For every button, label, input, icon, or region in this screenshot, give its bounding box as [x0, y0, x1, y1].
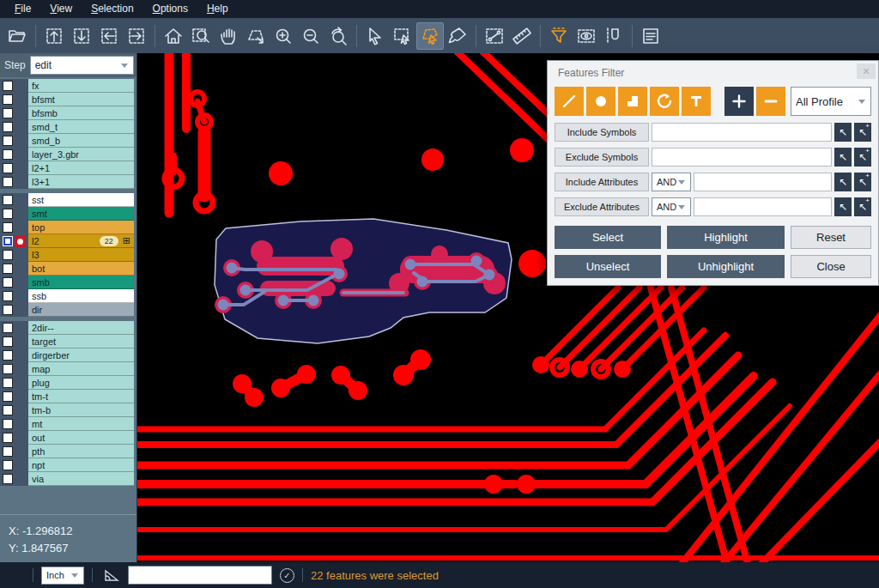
- menu-view[interactable]: View: [40, 1, 82, 17]
- layer-row[interactable]: top ⊞: [0, 221, 134, 234]
- include-attributes-button[interactable]: Include Attributes: [555, 173, 649, 191]
- include-attributes-input[interactable]: [694, 173, 832, 191]
- layer-row[interactable]: via ⊞: [0, 472, 134, 486]
- line-icon[interactable]: [555, 87, 584, 116]
- layer-row[interactable]: l2 22 ⊞: [0, 234, 134, 248]
- layer-row[interactable]: ssb ⊞: [0, 289, 134, 303]
- layer-visibility-checkbox[interactable]: [3, 405, 13, 415]
- add-icon[interactable]: [724, 87, 754, 116]
- layer-name[interactable]: l3+1 ⊞: [28, 175, 134, 189]
- layer-visibility-checkbox[interactable]: [3, 222, 13, 233]
- arc-icon[interactable]: [650, 87, 679, 116]
- select-pointer-icon[interactable]: [361, 22, 389, 50]
- layer-name[interactable]: via ⊞: [28, 472, 134, 486]
- layer-row[interactable]: 2dir-- ⊞: [0, 321, 134, 335]
- layer-name[interactable]: out ⊞: [28, 431, 134, 445]
- text-icon[interactable]: [682, 87, 711, 116]
- layer-visibility-checkbox[interactable]: [3, 108, 13, 118]
- layer-name[interactable]: smd_b ⊞: [28, 134, 134, 148]
- layer-row[interactable]: fx ⊞: [0, 79, 134, 93]
- layer-row[interactable]: smb ⊞: [0, 276, 134, 289]
- open-file-icon[interactable]: [3, 22, 31, 50]
- layer-visibility-checkbox[interactable]: [3, 81, 13, 91]
- layer-visibility-checkbox[interactable]: [3, 391, 13, 402]
- layer-visibility-checkbox[interactable]: [3, 378, 13, 388]
- include-symbols-input[interactable]: [652, 123, 832, 142]
- step-select[interactable]: edit: [30, 56, 134, 75]
- layer-row[interactable]: out ⊞: [0, 431, 134, 445]
- layer-name[interactable]: map ⊞: [28, 362, 134, 376]
- pad-icon[interactable]: [586, 87, 615, 116]
- menu-selection[interactable]: Selection: [82, 1, 142, 17]
- layer-name[interactable]: 2dir-- ⊞: [28, 321, 134, 335]
- layer-name[interactable]: plug ⊞: [28, 376, 134, 390]
- zoom-previous-icon[interactable]: [324, 22, 352, 50]
- layer-name[interactable]: tm-b ⊞: [28, 403, 134, 417]
- include-symbols-button[interactable]: Include Symbols: [555, 123, 649, 142]
- layer-name[interactable]: top ⊞: [28, 221, 134, 234]
- layer-visibility-checkbox[interactable]: [3, 136, 13, 146]
- layer-name[interactable]: bfsmt ⊞: [28, 93, 134, 106]
- layer-name[interactable]: npt ⊞: [28, 458, 134, 472]
- layer-row[interactable]: target ⊞: [0, 335, 134, 349]
- layer-name[interactable]: dir ⊞: [28, 303, 134, 317]
- layer-name[interactable]: dirgerber ⊞: [28, 349, 134, 362]
- layer-visibility-checkbox[interactable]: [3, 433, 13, 443]
- zoom-home-icon[interactable]: [160, 22, 187, 50]
- layer-row[interactable]: map ⊞: [0, 362, 134, 376]
- layer-visibility-checkbox[interactable]: [3, 163, 13, 173]
- close-button[interactable]: Close: [791, 255, 871, 278]
- pick-add-symbol-icon[interactable]: ↖+: [854, 148, 871, 167]
- layer-name[interactable]: smd_t ⊞: [28, 120, 134, 134]
- layer-name[interactable]: sst ⊞: [28, 193, 134, 207]
- layer-visibility-checkbox[interactable]: [3, 195, 13, 205]
- zoom-window-icon[interactable]: [187, 22, 215, 50]
- layer-row[interactable]: pth ⊞: [0, 445, 134, 458]
- layer-visibility-checkbox[interactable]: [3, 122, 13, 132]
- exclude-attributes-button[interactable]: Exclude Attributes: [555, 197, 649, 216]
- exclude-attributes-logic-select[interactable]: AND: [652, 197, 691, 216]
- pick-symbol-icon[interactable]: ↖: [834, 148, 852, 167]
- layer-name[interactable]: smb ⊞: [28, 276, 134, 289]
- layer-name[interactable]: mt ⊞: [28, 417, 134, 431]
- layer-row[interactable]: l2+1 ⊞: [0, 161, 134, 175]
- layer-visibility-checkbox[interactable]: [3, 305, 13, 315]
- layer-visibility-checkbox[interactable]: [3, 149, 13, 160]
- layer-name[interactable]: pth ⊞: [28, 445, 134, 458]
- layer-visibility-checkbox[interactable]: [3, 236, 13, 246]
- pan-right-icon[interactable]: [123, 22, 150, 50]
- layer-visibility-checkbox[interactable]: [3, 94, 13, 105]
- layer-name[interactable]: l2+1 ⊞: [28, 161, 134, 175]
- layer-row[interactable]: npt ⊞: [0, 458, 134, 472]
- layer-row[interactable]: bfsmb ⊞: [0, 106, 134, 120]
- layers-panel-icon[interactable]: [637, 22, 664, 50]
- layer-visibility-checkbox[interactable]: [3, 460, 13, 470]
- ruler-icon[interactable]: [508, 22, 536, 50]
- paint-brush-icon[interactable]: [444, 22, 471, 50]
- unhighlight-button[interactable]: Unhighlight: [667, 255, 785, 278]
- snap-magnet-icon[interactable]: [600, 22, 627, 50]
- include-attributes-logic-select[interactable]: AND: [652, 173, 691, 191]
- layer-visibility-checkbox[interactable]: [3, 277, 13, 288]
- layer-row[interactable]: l3+1 ⊞: [0, 175, 134, 189]
- layer-row[interactable]: dirgerber ⊞: [0, 349, 134, 362]
- layer-visibility-checkbox[interactable]: [3, 323, 13, 333]
- pick-attribute-icon[interactable]: ↖: [834, 173, 852, 191]
- zoom-out-icon[interactable]: [297, 22, 324, 50]
- layer-row[interactable]: plug ⊞: [0, 376, 134, 390]
- pan-hand-icon[interactable]: [215, 22, 242, 50]
- pick-add-attribute-icon[interactable]: ↖+: [854, 173, 871, 191]
- pick-symbol-icon[interactable]: ↖: [834, 123, 852, 142]
- pick-add-symbol-icon[interactable]: ↖+: [854, 123, 871, 142]
- sync-check-icon[interactable]: ✓: [280, 568, 294, 583]
- pan-left-icon[interactable]: [95, 22, 123, 50]
- layer-row[interactable]: l3 ⊞: [0, 248, 134, 262]
- layer-name[interactable]: tm-t ⊞: [28, 390, 134, 403]
- layer-row[interactable]: smt ⊞: [0, 207, 134, 221]
- layer-name[interactable]: layer_3.gbr ⊞: [28, 148, 134, 161]
- reset-button[interactable]: Reset: [791, 226, 871, 249]
- layer-visibility-checkbox[interactable]: [3, 177, 13, 187]
- profile-select[interactable]: All Profile: [791, 87, 871, 116]
- close-icon[interactable]: ✕: [857, 64, 876, 79]
- layer-row[interactable]: smd_b ⊞: [0, 134, 134, 148]
